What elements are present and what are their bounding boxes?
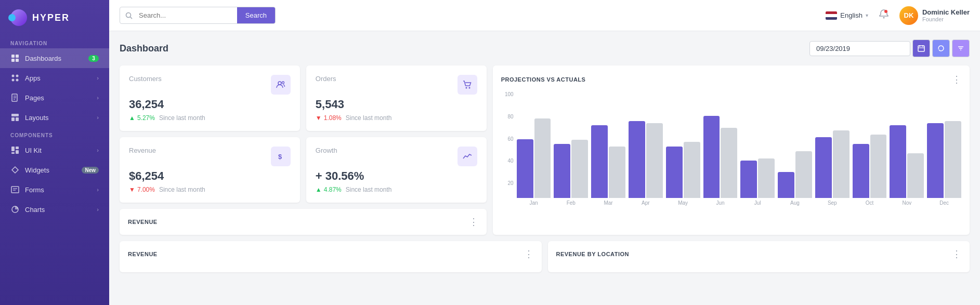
layouts-icon — [10, 113, 20, 122]
bar-secondary — [534, 118, 551, 198]
uikit-icon — [10, 145, 20, 155]
dashboards-badge: 3 — [88, 55, 99, 62]
revenue-location-menu-button[interactable]: ⋮ — [952, 248, 961, 260]
bar-secondary — [721, 128, 737, 198]
sidebar-item-layouts[interactable]: Layouts › — [0, 108, 109, 127]
svg-point-23 — [126, 12, 131, 17]
language-label: English — [840, 11, 863, 19]
sidebar-item-charts[interactable]: Charts › — [0, 200, 109, 219]
search-button[interactable]: Search — [237, 7, 275, 23]
growth-label: Growth — [316, 147, 337, 154]
projections-chart-title: PROJECTIONS VS ACTUALS — [501, 76, 586, 83]
bar-secondary — [609, 147, 625, 198]
growth-change-pct: 4.87% — [324, 186, 342, 193]
customers-icon — [271, 75, 291, 95]
widgets-icon — [10, 165, 20, 175]
customers-since: Since last month — [159, 114, 205, 122]
language-selector[interactable]: English ▾ — [826, 11, 868, 20]
svg-rect-1 — [16, 55, 19, 58]
revenue-icon: $ — [271, 147, 291, 166]
pages-icon — [10, 93, 20, 102]
customers-card: Customers 36,254 ▲ 5.27% Since last mont… — [120, 65, 300, 131]
bar-primary — [740, 161, 757, 198]
sidebar-item-widgets[interactable]: Widgets New — [0, 160, 109, 180]
svg-point-6 — [12, 79, 15, 82]
bar-month-label: Jun — [703, 200, 738, 206]
bar-primary — [703, 116, 720, 198]
notifications-button[interactable] — [879, 9, 889, 22]
bar-primary — [629, 121, 645, 198]
calendar-button[interactable] — [912, 39, 930, 57]
apps-icon — [10, 73, 20, 83]
sidebar-item-apps[interactable]: Apps › — [0, 68, 109, 88]
customers-value: 36,254 — [129, 98, 291, 111]
bar-secondary — [870, 135, 887, 198]
stats-grid: Customers 36,254 ▲ 5.27% Since last mont… — [120, 65, 487, 203]
growth-card: Growth + 30.56% ▲ 4.87% Since last month — [306, 137, 487, 203]
svg-text:$: $ — [278, 153, 282, 161]
bar-group — [591, 125, 625, 198]
bar-group — [740, 158, 775, 198]
sidebar-logo: HYPER — [0, 0, 109, 35]
sidebar-pages-label: Pages — [25, 94, 44, 102]
sidebar-item-ui-kit[interactable]: UI Kit › — [0, 140, 109, 160]
bar-secondary — [795, 151, 812, 198]
sidebar-item-dashboards[interactable]: Dashboards 3 — [0, 48, 109, 68]
sidebar-layouts-label: Layouts — [25, 114, 49, 122]
bar-secondary — [833, 130, 850, 198]
bar-secondary — [758, 158, 775, 198]
user-menu[interactable]: DK Dominic Keller Founder — [899, 6, 970, 25]
flag-icon — [826, 11, 837, 20]
avatar: DK — [899, 6, 918, 25]
revenue-location-card: REVENUE BY LOCATION ⋮ — [548, 241, 970, 272]
search-icon — [125, 12, 133, 19]
y-label-60: 60 — [501, 136, 514, 142]
sidebar-uikit-label: UI Kit — [25, 147, 42, 154]
orders-change: ▼ 1.08% Since last month — [316, 114, 477, 122]
svg-point-25 — [883, 17, 884, 19]
user-role: Founder — [922, 16, 970, 22]
bar-month-label: Mar — [591, 200, 625, 206]
bar-primary — [591, 125, 608, 198]
bar-month-label: Feb — [554, 200, 588, 206]
content-header: Dashboard — [120, 39, 970, 57]
sidebar-item-forms[interactable]: Forms › — [0, 180, 109, 200]
bar-month-label: May — [666, 200, 700, 206]
date-controls — [809, 39, 970, 57]
projections-menu-button[interactable]: ⋮ — [952, 74, 961, 85]
language-chevron-icon: ▾ — [866, 12, 868, 18]
refresh-button[interactable] — [932, 39, 950, 57]
search-input[interactable] — [133, 7, 237, 23]
user-name: Dominic Keller — [922, 8, 970, 16]
svg-point-35 — [282, 82, 284, 84]
content-area: Dashboard — [109, 31, 980, 305]
svg-rect-15 — [11, 147, 15, 151]
apps-chevron-icon: › — [97, 75, 99, 81]
user-info: Dominic Keller Founder — [922, 8, 970, 22]
bar-group — [815, 130, 850, 198]
filter-button[interactable] — [952, 39, 970, 57]
bar-month-label: Sep — [815, 200, 850, 206]
bar-primary — [778, 172, 794, 198]
revenue-bottom-menu-button[interactable]: ⋮ — [524, 248, 533, 260]
svg-rect-13 — [11, 117, 15, 121]
revenue-bottom-title: REVENUE — [128, 251, 158, 257]
growth-change: ▲ 4.87% Since last month — [316, 186, 477, 193]
svg-rect-12 — [11, 114, 19, 116]
refresh-icon — [937, 45, 945, 52]
revenue-bottom-card: REVENUE ⋮ — [120, 241, 542, 272]
bar-secondary — [571, 140, 588, 198]
sidebar-item-pages[interactable]: Pages › — [0, 88, 109, 108]
logo-icon — [10, 9, 27, 26]
bar-primary — [853, 144, 869, 198]
components-section-label: COMPONENTS — [0, 127, 109, 140]
svg-point-5 — [16, 75, 19, 77]
y-label-40: 40 — [501, 158, 514, 164]
revenue-menu-button[interactable]: ⋮ — [469, 216, 478, 228]
svg-point-34 — [278, 82, 281, 85]
date-input[interactable] — [809, 41, 910, 56]
topbar: Search English ▾ DK Dominic Keller Found… — [109, 0, 980, 31]
search-container: Search — [120, 7, 276, 24]
sidebar-widgets-label: Widgets — [25, 166, 49, 174]
calendar-icon — [918, 45, 925, 52]
